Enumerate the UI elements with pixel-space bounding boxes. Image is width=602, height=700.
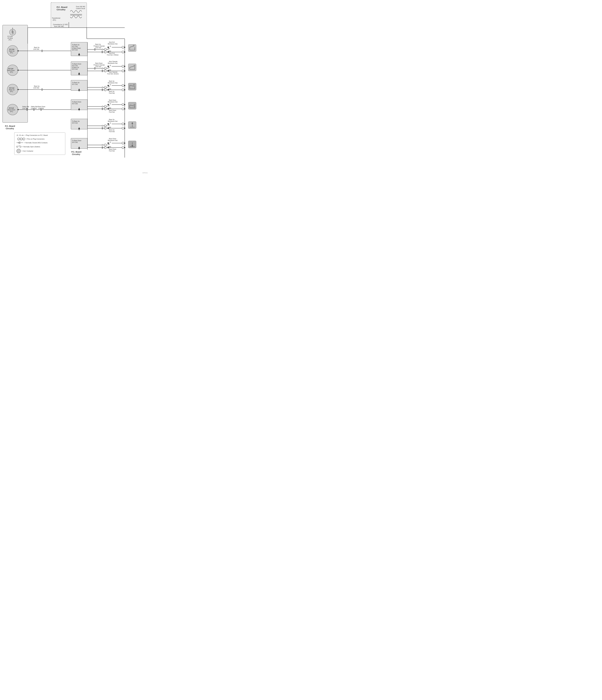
svg-text:(K3 Coil): (K3 Coil) (72, 122, 78, 124)
svg-text:Limit Swt.: Limit Swt. (95, 66, 101, 68)
svg-text:K4 Coil: K4 Coil (9, 107, 14, 109)
svg-point-173 (102, 68, 103, 69)
svg-text:Foot Swt.: Foot Swt. (109, 111, 115, 113)
svg-text:Base Down: Base Down (38, 106, 45, 107)
svg-text:(K2 Coil): (K2 Coil) (72, 103, 78, 104)
svg-text:1: 1 (123, 47, 123, 48)
svg-text:Base Up: Base Up (9, 89, 15, 91)
svg-text:From 240 VAC: From 240 VAC (76, 6, 85, 7)
svg-text:(PC): (PC) (10, 91, 13, 92)
svg-text:Limit Swt.: Limit Swt. (95, 47, 101, 49)
svg-text:Membrane Swt.: Membrane Swt. (108, 43, 118, 45)
svg-text:J2, J3, etc. = Plug Connectors: J2, J3, etc. = Plug Connectors on P.C. B… (17, 134, 48, 136)
svg-text:1/2 Amp: 1/2 Amp (7, 38, 13, 39)
svg-text:(PC): (PC) (8, 39, 11, 41)
svg-point-328 (124, 147, 125, 148)
svg-text:6: 6 (105, 128, 105, 129)
svg-point-184 (124, 66, 125, 67)
svg-text:(K3 Coil): (K3 Coil) (72, 68, 78, 70)
svg-text:K1 Coil: K1 Coil (9, 49, 14, 50)
svg-point-244 (102, 106, 103, 107)
svg-text:Foot Swt. (Yellow): Foot Swt. (Yellow) (107, 54, 118, 56)
svg-text:Base Down: Base Down (109, 148, 116, 150)
svg-text:(K1 Coil): (K1 Coil) (72, 46, 78, 47)
svg-text:= Coil, Contactor: = Coil, Contactor (22, 150, 33, 152)
svg-rect-336 (128, 44, 136, 52)
svg-text:7: 7 (105, 147, 105, 148)
svg-text:1: 1 (123, 108, 123, 110)
svg-text:Base Up: Base Up (34, 85, 40, 87)
svg-text:J2: J2 (110, 142, 111, 143)
svg-point-308 (102, 144, 103, 146)
svg-point-378 (18, 142, 19, 143)
svg-text:7: 7 (105, 144, 105, 146)
svg-text:(K4 Coil): (K4 Coil) (72, 142, 78, 143)
svg-text:Back Up: Back Up (109, 80, 114, 82)
svg-text:1: 1 (123, 70, 123, 72)
svg-text:4: 4 (105, 87, 105, 88)
svg-text:Foot Swt.: Foot Swt. (109, 150, 115, 152)
svg-text:3: 3 (105, 70, 105, 72)
svg-text:Back Up: Back Up (34, 47, 40, 48)
svg-text:Safety Bail: Safety Bail (31, 106, 38, 107)
svg-text:Auto  Operate: Auto Operate (109, 61, 118, 62)
svg-text:J2: J2 (109, 105, 110, 106)
svg-text:(K2 Coil): (K2 Coil) (72, 65, 78, 67)
svg-text:3: 3 (105, 68, 105, 69)
svg-text:4: 4 (105, 89, 105, 91)
svg-text:Base Down: Base Down (8, 109, 15, 110)
svg-point-155 (124, 51, 125, 53)
svg-point-197 (124, 70, 125, 72)
svg-text:P.C. Board: P.C. Board (71, 151, 81, 153)
svg-text:J2: J2 (109, 48, 110, 49)
svg-text:Foot Swt.: Foot Swt. (109, 131, 115, 132)
svg-text:J3: J3 (110, 107, 111, 109)
svg-text:Back Down: Back Down (109, 109, 116, 111)
svg-text:Circuitry: Circuitry (56, 8, 66, 11)
svg-text:Program Operate: Program Operate (94, 64, 105, 66)
svg-text:Converted to 12 VDC: Converted to 12 VDC (53, 24, 68, 25)
svg-text:& Base Up: & Base Up (72, 67, 79, 68)
svg-text:Auto Exit: Auto Exit (109, 52, 115, 54)
svg-text:Base Down: Base Down (109, 138, 116, 140)
svg-text:Safety Bail: Safety Bail (22, 106, 29, 107)
svg-text:2: 2 (105, 49, 105, 50)
svg-text:J3: J3 (110, 50, 111, 52)
svg-text:Base Up: Base Up (109, 129, 115, 131)
svg-point-385 (20, 146, 21, 147)
svg-text:J2: J2 (109, 143, 110, 145)
svg-text:Membrane Swt.: Membrane Swt. (108, 121, 118, 122)
svg-text:(K4 Coil): (K4 Coil) (72, 49, 78, 51)
svg-text:J2: J2 (110, 103, 111, 105)
svg-text:= Normally Open (Switch): = Normally Open (Switch) (22, 146, 40, 148)
svg-text:1: 1 (123, 85, 123, 86)
svg-point-212 (102, 87, 103, 88)
svg-text:To Base Down: To Base Down (72, 140, 81, 142)
svg-text:To Back Up: To Back Up (72, 82, 79, 83)
svg-point-383 (17, 146, 18, 147)
svg-text:Foot Swt.: Foot Swt. (109, 93, 115, 94)
svg-text:1: 1 (123, 123, 123, 125)
svg-text:ArtParts: ArtParts (142, 172, 148, 174)
svg-text:K3 Coil: K3 Coil (9, 87, 14, 89)
svg-text:Circuitry: Circuitry (72, 153, 80, 155)
svg-text:Back Up: Back Up (95, 44, 101, 45)
svg-text:Back Up: Back Up (9, 50, 15, 52)
svg-text:Membrane Swt.: Membrane Swt. (108, 140, 118, 141)
svg-point-264 (124, 108, 125, 109)
svg-text:6: 6 (105, 125, 105, 127)
svg-text:Limit Swt.: Limit Swt. (31, 107, 37, 109)
svg-text:1: 1 (123, 143, 123, 144)
svg-text:Membrane Swt.: Membrane Swt. (108, 82, 118, 84)
svg-text:J3: J3 (110, 69, 111, 71)
svg-text:& Base Down: & Base Down (72, 47, 81, 49)
svg-text:(PC): (PC) (10, 71, 13, 73)
svg-text:(PC): (PC) (53, 19, 56, 21)
svg-text:F2 Fuse: F2 Fuse (7, 36, 13, 37)
svg-text:3: 3 (23, 139, 24, 140)
svg-text:= Normally Closed (NO) Contact: = Normally Closed (NO) Contacts (24, 142, 48, 144)
svg-point-232 (124, 89, 125, 91)
svg-rect-342 (128, 64, 136, 71)
svg-point-141 (124, 47, 125, 48)
svg-text:5: 5 (105, 108, 105, 110)
